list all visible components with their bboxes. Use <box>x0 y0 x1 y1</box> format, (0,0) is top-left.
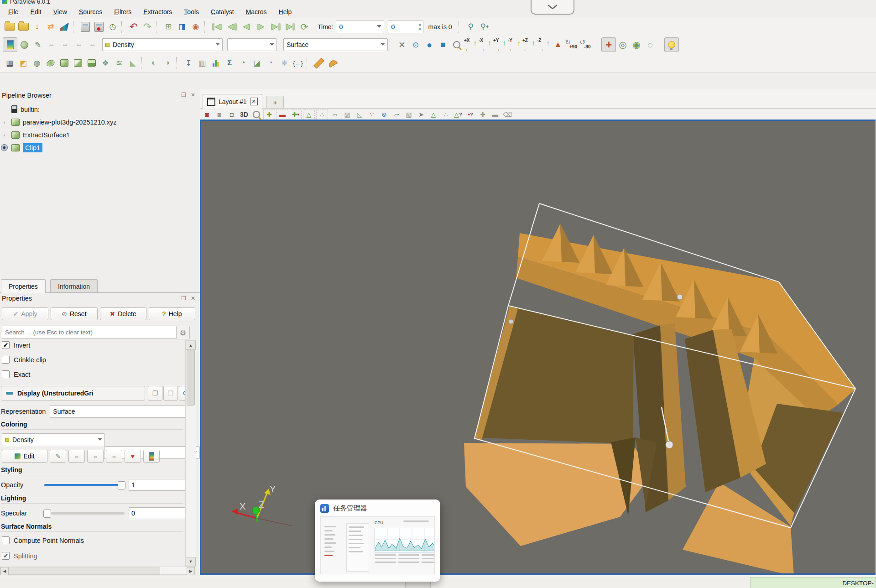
extract-selection-icon[interactable]: ▥ <box>195 56 209 70</box>
rescale-all-timesteps-icon[interactable]: ⇔ <box>86 38 99 52</box>
menu-filters[interactable]: Filters <box>109 7 137 17</box>
add-layout-tab[interactable]: + <box>266 96 284 109</box>
glyph-icon[interactable]: ◩ <box>16 56 30 70</box>
frame-spinbox[interactable]: 0▲▼ <box>388 21 423 33</box>
save-state-icon[interactable]: ⇄ <box>44 20 57 34</box>
scroll-right-icon[interactable]: ▶ <box>187 567 195 575</box>
last-frame-button[interactable] <box>283 21 297 33</box>
connect-server-icon[interactable] <box>78 20 92 34</box>
undo-icon[interactable]: ↶ <box>127 20 141 34</box>
play-button[interactable] <box>254 21 268 33</box>
pipeline-item-builtin[interactable]: builtin: <box>0 103 196 115</box>
float-dock-icon[interactable]: ❐ <box>181 92 186 98</box>
capture-screenshot-icon[interactable]: ◙ <box>214 109 225 120</box>
time-value-combo[interactable]: 0 <box>336 21 384 33</box>
select-block-icon[interactable]: ◺ <box>354 109 365 120</box>
rescale-temporal-range-icon[interactable]: ⇔ <box>58 38 72 52</box>
tab-information[interactable]: Information <box>50 279 98 293</box>
menu-file[interactable]: File <box>3 7 24 17</box>
edit-color-map-button[interactable]: Edit <box>2 450 47 463</box>
scroll-down-icon[interactable]: ▼ <box>186 557 196 566</box>
protractor-icon[interactable] <box>326 56 339 70</box>
rescale-visible-range-icon[interactable]: ⇔ <box>72 38 86 52</box>
slider-handle[interactable] <box>43 510 51 518</box>
paste-display-icon[interactable]: ❐ <box>163 386 178 401</box>
temporal-interpolator-icon[interactable]: ❄ <box>277 56 291 70</box>
adjust-camera-icon[interactable]: ◌ <box>643 38 657 52</box>
rescale-range-button[interactable]: ✎ <box>50 450 66 463</box>
compute-point-normals-checkbox[interactable] <box>2 536 10 544</box>
apply-button[interactable]: ✔Apply <box>2 307 48 320</box>
color-palette-icon[interactable]: ◉ <box>189 20 203 34</box>
color-wedge-icon[interactable] <box>57 20 71 34</box>
properties-hscrollbar[interactable]: ◀ ▶ <box>0 567 195 575</box>
close-dock-icon[interactable]: ✕ <box>191 295 195 302</box>
query-cells-icon[interactable]: △ <box>428 109 439 120</box>
remote-host-badge[interactable]: DESKTOP- <box>750 577 876 588</box>
ruler-icon[interactable] <box>312 56 326 70</box>
toggle-center-axes-icon[interactable]: ✚ <box>601 37 616 52</box>
load-state-icon[interactable]: ↓ <box>30 20 44 34</box>
rescale-custom-range-icon[interactable]: ⇔ <box>45 38 58 52</box>
menu-macros[interactable]: Macros <box>240 7 272 17</box>
connection-bar-chevron-button[interactable] <box>531 0 574 15</box>
first-frame-button[interactable] <box>210 21 224 33</box>
search-options-gear-icon[interactable]: ⚙ <box>176 326 190 339</box>
view-minus-z-button[interactable]: -Z↑→ <box>537 38 551 52</box>
camera-icon[interactable]: ◘ <box>226 109 237 120</box>
loop-icon[interactable]: ⟳ <box>297 20 311 34</box>
search-input[interactable] <box>2 326 177 338</box>
spin-arrows-icon[interactable]: ▲▼ <box>418 22 422 32</box>
scroll-left-icon[interactable]: ◀ <box>0 567 9 575</box>
shrink-selection-icon[interactable]: ▬ <box>490 109 501 120</box>
rescale-visible-button[interactable]: ⇔ <box>106 450 122 463</box>
plot-selection-over-time-icon[interactable]: ◔ <box>264 56 277 70</box>
show-color-legend-button[interactable] <box>143 450 160 463</box>
hover-cells-icon[interactable]: ▱ <box>391 109 402 120</box>
contour-icon[interactable] <box>44 56 57 70</box>
programmable-filter-icon[interactable]: {…} <box>291 56 305 70</box>
exact-checkbox[interactable] <box>2 370 10 378</box>
save-screenshot-icon[interactable]: ◙ <box>202 109 213 120</box>
task-manager-thumbnail[interactable]: 任务管理器 CPU <box>315 500 440 582</box>
component-combo[interactable] <box>227 38 277 51</box>
point-data-icon[interactable]: ◐ <box>147 56 161 70</box>
menu-sources[interactable]: Sources <box>73 7 108 17</box>
rescale-custom-button[interactable]: ⇔ <box>68 450 85 463</box>
zoom-to-data-icon[interactable]: ⊙ <box>409 38 422 52</box>
coloring-array-combo[interactable]: Density <box>2 433 105 446</box>
plot-data-icon[interactable]: ◪ <box>250 56 264 70</box>
clear-selection-trash-icon[interactable]: ⌫ <box>502 109 513 120</box>
view-plus-y-button[interactable]: +Y↑→ <box>493 38 507 52</box>
float-dock-icon[interactable]: ❐ <box>181 295 186 302</box>
disconnect-server-icon[interactable] <box>92 20 106 34</box>
view-plus-z-button[interactable]: +Z↑← <box>522 38 537 52</box>
rotational-glyph-icon[interactable]: ◍ <box>30 56 44 70</box>
representation-combo[interactable]: Surface <box>283 38 388 51</box>
slider-handle[interactable] <box>118 481 125 489</box>
slice-icon[interactable] <box>71 56 85 70</box>
select-cells-rect-icon[interactable]: △ <box>303 109 315 120</box>
crinkle-checkbox[interactable] <box>2 356 10 364</box>
clip-icon[interactable] <box>57 56 71 70</box>
specular-input[interactable] <box>129 507 193 519</box>
warp-icon[interactable]: ◣ <box>126 56 140 70</box>
interactive-select-points-icon[interactable]: ⊚ <box>379 109 390 120</box>
stream-tracer-icon[interactable]: ≋ <box>112 56 126 70</box>
recent-history-icon[interactable]: ◷ <box>106 20 120 34</box>
view-minus-y-button[interactable]: -Y↑← <box>507 38 522 52</box>
previous-frame-button[interactable] <box>224 21 239 33</box>
calculator-icon[interactable]: ▦ <box>3 56 16 70</box>
zoom-camera-plus-icon[interactable]: ⚲+ <box>478 20 491 34</box>
pipeline-item-clip[interactable]: Clip1 <box>0 141 196 154</box>
select-cells-on-icon[interactable]: ✚ <box>263 109 275 120</box>
properties-vscrollbar[interactable]: ▲ ▼ <box>185 340 196 567</box>
display-section-header[interactable]: Display (UnstructuredGri <box>1 386 145 401</box>
copy-display-icon[interactable]: ❐ <box>148 386 162 401</box>
grow-selection-icon[interactable]: ✚ <box>477 109 488 120</box>
layout-tab[interactable]: Layout #1 ✕ <box>203 94 262 109</box>
menu-view[interactable]: View <box>48 7 73 17</box>
query-points-help-icon[interactable]: •? <box>465 109 476 120</box>
pipeline-item-extractsurface[interactable]: ◖ ExtractSurface1 <box>0 129 196 141</box>
close-dock-icon[interactable]: ✕ <box>191 92 195 98</box>
